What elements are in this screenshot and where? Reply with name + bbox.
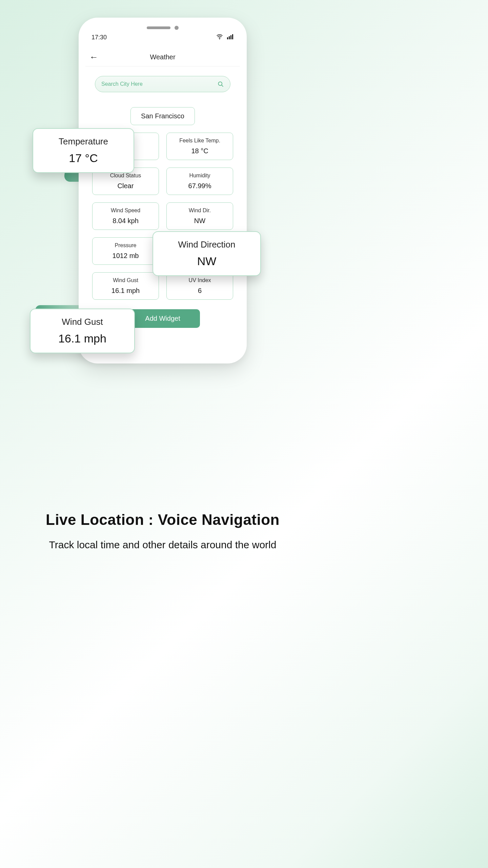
status-bar: 17:30 bbox=[85, 34, 240, 41]
card-humidity: Humidity 67.99% bbox=[166, 167, 233, 195]
svg-rect-3 bbox=[230, 35, 231, 39]
marketing-copy: Live Location : Voice Navigation Track l… bbox=[0, 511, 325, 552]
callout-label: Wind Direction bbox=[163, 239, 250, 250]
card-feels-like: Feels Like Temp. 18 °C bbox=[166, 133, 233, 160]
card-uv-index: UV Index 6 bbox=[166, 272, 233, 300]
card-wind-dir: Wind Dir. NW bbox=[166, 202, 233, 230]
marketing-title: Live Location : Voice Navigation bbox=[10, 511, 315, 528]
callout-wind-gust: Wind Gust 16.1 mph bbox=[30, 309, 135, 353]
card-value: 1012 mb bbox=[95, 252, 157, 260]
callout-label: Temperature bbox=[43, 136, 123, 147]
add-widget-button[interactable]: Add Widget bbox=[125, 309, 200, 328]
front-camera bbox=[175, 26, 179, 30]
svg-line-6 bbox=[222, 85, 223, 87]
svg-rect-1 bbox=[227, 37, 228, 39]
wifi-icon bbox=[216, 34, 223, 41]
svg-point-0 bbox=[219, 38, 220, 39]
callout-value: 16.1 mph bbox=[41, 332, 124, 345]
svg-rect-2 bbox=[229, 36, 230, 39]
callout-label: Wind Gust bbox=[41, 317, 124, 327]
card-label: Wind Speed bbox=[95, 208, 157, 214]
svg-rect-4 bbox=[232, 34, 233, 39]
card-wind-speed: Wind Speed 8.04 kph bbox=[92, 202, 159, 230]
phone-notch bbox=[85, 26, 240, 30]
card-label: Humidity bbox=[169, 173, 231, 179]
speaker-slot bbox=[147, 26, 170, 29]
status-time: 17:30 bbox=[92, 34, 107, 41]
card-label: Wind Dir. bbox=[169, 208, 231, 214]
card-label: Wind Gust bbox=[95, 277, 157, 283]
card-label: Pressure bbox=[95, 242, 157, 249]
card-value: 67.99% bbox=[169, 182, 231, 190]
marketing-subtitle: Track local time and other details aroun… bbox=[10, 537, 315, 552]
signal-icon bbox=[227, 34, 234, 41]
callout-temperature: Temperature 17 °C bbox=[33, 128, 134, 173]
callout-wind-direction: Wind Direction NW bbox=[152, 231, 261, 276]
card-label: Cloud Status bbox=[95, 173, 157, 179]
card-value: 16.1 mph bbox=[95, 287, 157, 295]
callout-value: 17 °C bbox=[43, 152, 123, 165]
search-field[interactable] bbox=[95, 76, 230, 92]
app-header: ← Weather bbox=[85, 53, 240, 66]
card-pressure: Pressure 1012 mb bbox=[92, 237, 159, 265]
svg-point-5 bbox=[218, 82, 222, 85]
city-chip[interactable]: San Francisco bbox=[130, 107, 195, 125]
card-value: 8.04 kph bbox=[95, 217, 157, 225]
card-label: UV Index bbox=[169, 277, 231, 283]
card-value: 18 °C bbox=[169, 147, 231, 155]
page-title: Weather bbox=[150, 53, 175, 61]
callout-value: NW bbox=[163, 255, 250, 268]
card-value: 6 bbox=[169, 287, 231, 295]
card-label: Feels Like Temp. bbox=[169, 138, 231, 144]
card-value: Clear bbox=[95, 182, 157, 190]
card-wind-gust: Wind Gust 16.1 mph bbox=[92, 272, 159, 300]
back-arrow-icon[interactable]: ← bbox=[89, 53, 98, 61]
search-input[interactable] bbox=[101, 81, 217, 87]
card-value: NW bbox=[169, 217, 231, 225]
search-icon[interactable] bbox=[217, 81, 224, 87]
